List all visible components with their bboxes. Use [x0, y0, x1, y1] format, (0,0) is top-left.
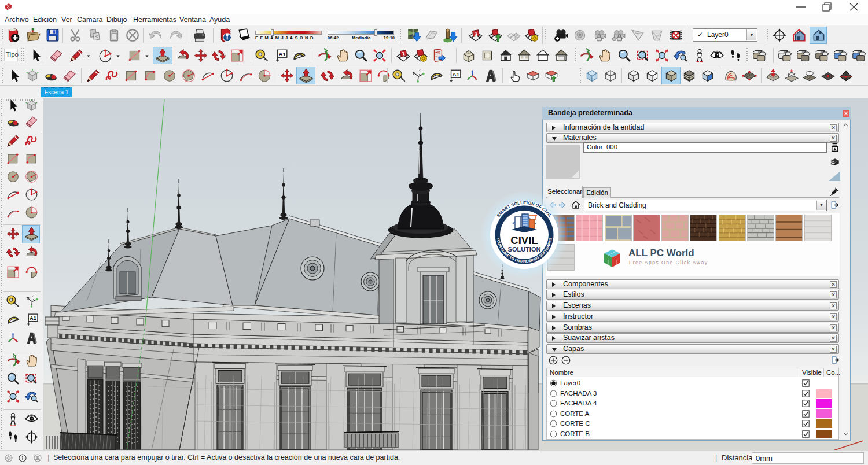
- svg-text:SOLUTION: SOLUTION: [508, 246, 541, 253]
- svg-text:A1: A1: [452, 71, 459, 78]
- svg-text:A1: A1: [278, 51, 286, 57]
- svg-text:A1: A1: [30, 315, 36, 321]
- svg-text:CIVIL: CIVIL: [510, 234, 538, 246]
